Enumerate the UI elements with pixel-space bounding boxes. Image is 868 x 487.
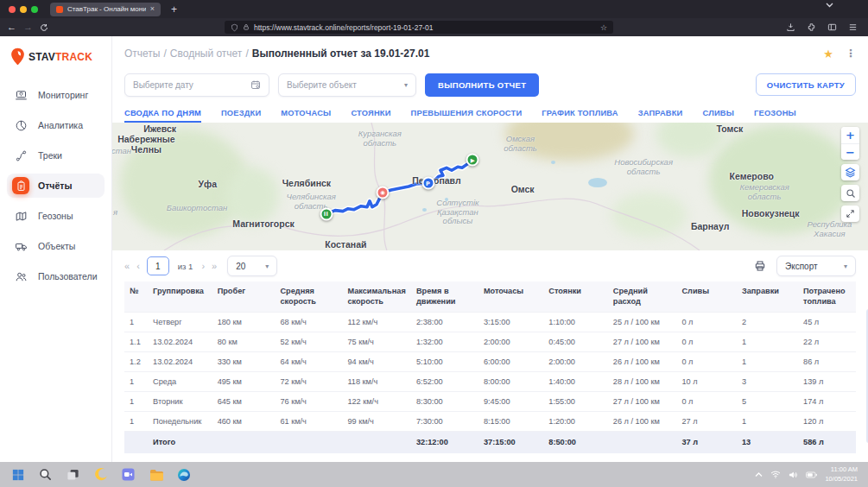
prev-page-button[interactable]: ‹ — [136, 261, 140, 271]
finish-play-marker[interactable]: ▶ — [466, 154, 479, 167]
page-number-input[interactable] — [147, 256, 169, 275]
close-window-button[interactable] — [9, 6, 16, 13]
hamburger-menu-icon[interactable] — [848, 22, 858, 32]
zoom-in-button[interactable]: + — [841, 127, 859, 143]
start-button-icon[interactable] — [10, 467, 25, 482]
clock-date: 10/05/2021 — [825, 475, 858, 484]
table-cell: 1 — [737, 332, 798, 352]
total-cell: 37:15:00 — [478, 432, 543, 453]
lock-icon[interactable] — [243, 23, 250, 31]
table-row[interactable]: 1Понедельник460 км61 км/ч99 км/ч7:30:008… — [124, 412, 856, 432]
brand-pin-icon — [10, 47, 25, 66]
sidebar-toggle-icon[interactable] — [827, 22, 837, 32]
back-button[interactable]: ← — [7, 22, 16, 32]
browser-tab-title: СтавТрак - Онлайн мониторин — [67, 5, 146, 13]
last-page-button[interactable]: » — [212, 261, 217, 271]
bookmark-star-icon[interactable]: ☆ — [600, 23, 607, 32]
table-row[interactable]: 1.213.02.2024330 км64 км/ч94 км/ч5:10:00… — [124, 352, 856, 372]
table-cell: Вторник — [148, 392, 212, 412]
edge-browser-icon[interactable] — [176, 467, 191, 482]
extensions-puzzle-icon[interactable] — [807, 22, 816, 32]
teams-chat-icon[interactable] — [121, 467, 136, 482]
firefox-browser-icon[interactable] — [93, 467, 108, 482]
object-select[interactable]: Выберите объект ▾ — [278, 73, 416, 97]
table-row[interactable]: 1Вторник645 км76 км/ч122 км/ч8:30:009:45… — [124, 392, 856, 412]
date-input[interactable]: Выберите дату — [124, 73, 269, 97]
table-row[interactable]: 1Среда495 км72 км/ч118 км/ч6:52:008:00:0… — [124, 372, 856, 392]
report-tab-2[interactable]: МОТОЧАСЫ — [281, 109, 331, 123]
pause-marker[interactable]: II — [320, 207, 333, 220]
maximize-window-button[interactable] — [31, 6, 38, 13]
table-cell: 99 км/ч — [342, 412, 411, 432]
table-row[interactable]: 1.113.02.202480 км52 км/ч75 км/ч1:32:002… — [124, 332, 856, 352]
taskbar-clock[interactable]: 11:00 AM 10/05/2021 — [825, 465, 858, 483]
reports-icon — [12, 177, 29, 194]
sidebar-item-monitoring[interactable]: Мониторинг — [7, 83, 105, 107]
clear-map-button[interactable]: ОЧИСТИТЬ КАРТУ — [756, 73, 856, 96]
report-tab-5[interactable]: ГРАФИК ТОПЛИВА — [542, 109, 618, 123]
tab-close-icon[interactable]: × — [150, 5, 155, 13]
new-tab-button[interactable]: + — [171, 3, 177, 16]
kebab-menu-icon[interactable]: ⋮ — [846, 47, 856, 60]
url-bar[interactable]: https://www.stavtrack.online/reports/rep… — [225, 21, 613, 34]
layers-button[interactable] — [841, 164, 859, 180]
report-tab-6[interactable]: ЗАПРАВКИ — [638, 109, 683, 123]
table-cell: 460 км — [212, 412, 276, 432]
analytics-icon — [12, 117, 29, 134]
report-tab-3[interactable]: СТОЯНКИ — [351, 109, 390, 123]
print-icon[interactable] — [754, 260, 766, 272]
battery-icon[interactable] — [806, 471, 817, 478]
total-cell — [212, 432, 276, 453]
table-cell: 61 км/ч — [275, 412, 342, 432]
run-report-button[interactable]: ВЫПОЛНИТЬ ОТЧЕТ — [425, 73, 539, 97]
browser-tab[interactable]: СтавТрак - Онлайн мониторин × — [50, 3, 161, 16]
file-explorer-icon[interactable] — [149, 467, 163, 482]
map[interactable]: ИжевскНабережные ЧелныстанУфаБашкортоста… — [112, 123, 868, 250]
table-cell: 8:15:00 — [478, 412, 543, 432]
breadcrumb-item[interactable]: Отчеты — [124, 47, 160, 60]
shield-icon[interactable] — [231, 23, 238, 32]
table-cell: 1.1 — [124, 332, 148, 352]
task-view-icon[interactable] — [66, 467, 80, 482]
report-tab-4[interactable]: ПРЕВЫШЕНИЯ СКОРОСТИ — [411, 109, 523, 123]
sidebar-item-reports[interactable]: Отчёты — [7, 174, 105, 198]
report-tab-7[interactable]: СЛИВЫ — [703, 109, 735, 123]
export-select[interactable]: Экспорт ▾ — [776, 256, 856, 276]
tray-chevron-up-icon[interactable] — [755, 472, 763, 478]
browser-toolbar-icons — [786, 22, 861, 32]
volume-icon[interactable] — [789, 471, 798, 479]
first-page-button[interactable]: « — [124, 261, 130, 271]
sidebar-item-analytics[interactable]: Аналитика — [7, 113, 105, 137]
list-tabs-chevron-icon[interactable] — [826, 3, 833, 8]
breadcrumb-item[interactable]: Сводный отчет — [170, 47, 243, 60]
event-marker[interactable]: ◉ — [377, 186, 390, 199]
table-cell: 1 — [737, 352, 798, 372]
report-tab-1[interactable]: ПОЕЗДКИ — [221, 109, 261, 123]
table-cell: 122 км/ч — [342, 392, 411, 412]
table-row[interactable]: 1Четверг180 км68 км/ч112 км/ч2:38:003:15… — [124, 313, 856, 332]
app-logo[interactable]: STAVTRACK — [0, 36, 111, 78]
forward-button[interactable]: → — [23, 22, 33, 32]
sidebar-item-objects[interactable]: Объекты — [7, 234, 105, 258]
favorite-star-icon[interactable]: ★ — [823, 47, 833, 60]
sidebar-item-users[interactable]: Пользователи — [7, 264, 105, 288]
map-search-button[interactable] — [841, 185, 859, 201]
parking-marker[interactable]: P — [421, 177, 434, 190]
table-cell: 2:00:00 — [543, 352, 608, 372]
sidebar-item-tracks[interactable]: Треки — [7, 143, 105, 168]
table-toolbar-right: Экспорт ▾ — [754, 256, 856, 276]
sidebar-item-geozones[interactable]: Геозоны — [7, 204, 105, 228]
report-tab-8[interactable]: ГЕОЗОНЫ — [754, 109, 796, 123]
minimize-window-button[interactable] — [20, 6, 27, 13]
reload-icon[interactable] — [40, 23, 48, 32]
page-size-select[interactable]: 20 ▾ — [227, 256, 277, 276]
search-icon[interactable] — [38, 467, 53, 482]
wifi-icon[interactable] — [770, 471, 781, 478]
table-cell: 118 км/ч — [342, 372, 411, 392]
sidebar-item-label: Треки — [38, 150, 62, 161]
zoom-out-button[interactable]: − — [841, 143, 859, 160]
report-tab-0[interactable]: СВОДКА ПО ДНЯМ — [124, 109, 201, 123]
fullscreen-button[interactable] — [841, 206, 859, 222]
downloads-icon[interactable] — [786, 22, 795, 32]
next-page-button[interactable]: › — [201, 261, 205, 271]
